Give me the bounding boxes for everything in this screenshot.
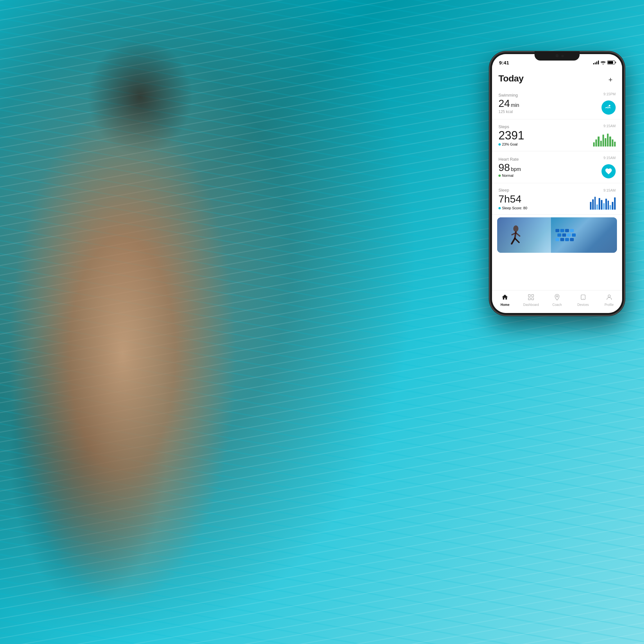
heart-rate-label: Heart Rate: [498, 157, 601, 162]
sleep-card-left: Sleep 7h54 Sleep Score: 80: [498, 188, 590, 210]
signal-bars-icon: [593, 61, 599, 64]
phone-mockup: 9:41: [489, 52, 625, 316]
sleep-value: 7h54: [498, 193, 590, 205]
swimming-unit: min: [511, 102, 519, 108]
svg-point-1: [513, 225, 518, 232]
nav-item-coach[interactable]: Coach: [548, 294, 566, 307]
nav-label-coach: Coach: [553, 303, 562, 307]
svg-rect-7: [528, 295, 530, 297]
sleep-duration: 7h54: [498, 193, 521, 205]
heart-rate-card: Heart Rate 98 bpm Normal 9:15AM: [492, 151, 622, 183]
swimming-card-left: Swimming 24 min 125 kcal: [498, 93, 601, 114]
swimming-card-right: 9:15PM: [601, 92, 616, 115]
devices-icon: [580, 294, 587, 302]
sleep-score-status: Sleep Score: 80: [498, 206, 590, 210]
heart-rate-value: 98 bpm: [498, 162, 601, 173]
heart-rate-status: Normal: [498, 174, 601, 177]
coach-icon: [554, 294, 561, 302]
heart-rate-number: 98: [498, 162, 510, 173]
svg-rect-9: [528, 298, 530, 300]
nav-item-dashboard[interactable]: Dashboard: [522, 294, 540, 307]
steps-count: 2391: [498, 130, 524, 141]
nav-item-home[interactable]: Home: [496, 294, 514, 307]
heart-rate-status-dot: [498, 175, 501, 177]
nav-item-devices[interactable]: Devices: [574, 294, 592, 307]
steps-goal-status: 23% Goal: [498, 142, 593, 146]
steps-card-right: 9:15AM: [593, 124, 616, 147]
swimming-value: 24 min: [498, 98, 601, 109]
swimming-icon: [601, 100, 616, 115]
bottom-navigation: Home Dashboard: [492, 290, 622, 313]
svg-point-13: [608, 295, 610, 297]
nav-label-dashboard: Dashboard: [523, 303, 539, 307]
wifi-icon: [601, 61, 606, 64]
swimming-timestamp: 9:15PM: [603, 92, 616, 96]
screen-content[interactable]: Today + Swimming 24 min 125 kcal 9:15PM: [492, 68, 622, 290]
phone-notch: [535, 52, 580, 61]
svg-point-12: [583, 298, 583, 299]
sleep-card: Sleep 7h54 Sleep Score: 80 9:15AM: [492, 183, 622, 215]
heart-rate-card-right: 9:15AM: [601, 156, 616, 178]
status-time: 9:41: [499, 60, 509, 65]
athlete-figure: [504, 221, 533, 250]
steps-status-dot: [498, 143, 501, 146]
nav-item-profile[interactable]: Profile: [600, 294, 618, 307]
sleep-timestamp: 9:15AM: [603, 188, 616, 192]
page-title: Today: [498, 73, 524, 84]
sleep-chart: [590, 197, 616, 210]
sleep-status-dot: [498, 207, 501, 209]
svg-line-4: [515, 238, 519, 242]
content-header: Today +: [492, 68, 622, 88]
svg-rect-8: [532, 295, 534, 297]
nav-label-devices: Devices: [577, 303, 589, 307]
steps-chart: [593, 132, 616, 147]
steps-card-left: Steps 2391 23% Goal: [498, 124, 593, 146]
svg-line-3: [512, 238, 515, 244]
heart-rate-timestamp: 9:15AM: [603, 156, 616, 160]
swimming-label: Swimming: [498, 93, 601, 98]
heart-rate-card-left: Heart Rate 98 bpm Normal: [498, 157, 601, 177]
steps-goal-text: 23% Goal: [502, 142, 517, 146]
heart-rate-unit: bpm: [511, 166, 521, 172]
sleep-card-right: 9:15AM: [590, 188, 616, 210]
profile-icon: [606, 294, 613, 302]
phone-frame: 9:41: [489, 52, 625, 316]
steps-label: Steps: [498, 124, 593, 129]
battery-icon: [607, 61, 615, 64]
swimming-calories: 125 kcal: [498, 109, 601, 114]
workout-banner-card[interactable]: [497, 217, 617, 253]
swimming-minutes: 24: [498, 98, 510, 109]
heart-rate-status-text: Normal: [502, 174, 513, 177]
dashboard-icon: [527, 294, 535, 302]
person-background: [0, 0, 438, 644]
svg-line-5: [516, 233, 520, 236]
home-icon: [501, 294, 508, 302]
swimming-card: Swimming 24 min 125 kcal 9:15PM: [492, 88, 622, 119]
status-icons: [593, 61, 615, 64]
steps-timestamp: 9:15AM: [603, 124, 616, 128]
phone-screen: 9:41: [492, 54, 622, 313]
nav-label-home: Home: [500, 303, 509, 307]
nav-label-profile: Profile: [604, 303, 613, 307]
sleep-label: Sleep: [498, 188, 590, 193]
steps-value: 2391: [498, 130, 593, 141]
add-button[interactable]: +: [605, 75, 616, 85]
svg-rect-10: [532, 298, 534, 300]
heart-rate-icon: [601, 164, 616, 178]
sleep-score-text: Sleep Score: 80: [502, 206, 527, 210]
steps-card: Steps 2391 23% Goal 9:15AM: [492, 119, 622, 151]
